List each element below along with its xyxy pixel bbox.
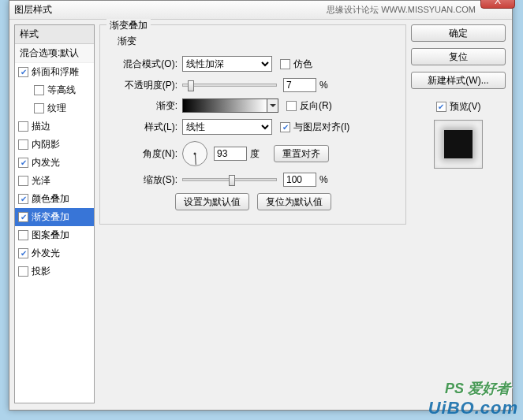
style-checkbox[interactable] [18,139,28,150]
ok-button[interactable]: 确定 [411,24,506,42]
styles-sidebar: 样式 混合选项:默认 斜面和浮雕等高线纹理描边内阴影内发光光泽颜色叠加渐变叠加图… [14,24,95,403]
sidebar-item[interactable]: 描边 [15,117,94,136]
sidebar-item-label: 纹理 [47,102,66,115]
style-checkbox[interactable] [18,158,28,168]
scale-input[interactable] [283,173,316,187]
watermark-ps: PS 爱好者 [445,379,510,398]
sidebar-item[interactable]: 光泽 [15,172,94,190]
sidebar-item-label: 内阴影 [32,138,60,151]
reset-default-button[interactable]: 复位为默认值 [257,193,331,210]
style-checkbox[interactable] [18,212,28,222]
sidebar-item-label: 斜面和浮雕 [32,65,79,79]
watermark-uibo: UiBO.com [428,398,518,418]
reverse-label: 反向(R) [300,99,332,113]
sidebar-item[interactable]: 渐变叠加 [15,208,94,226]
dither-checkbox[interactable] [280,59,290,69]
sidebar-item-label: 描边 [32,120,50,133]
sidebar-item[interactable]: 等高线 [15,81,94,99]
sidebar-item[interactable]: 内阴影 [15,136,94,154]
gradient-overlay-group: 渐变叠加 渐变 混合模式(O): 线性加深 仿色 不透明度(P): % 渐变: [99,24,406,225]
window-title: 图层样式 [14,3,327,17]
preview-checkbox[interactable] [436,102,446,112]
right-column: 确定 复位 新建样式(W)... 预览(V) [411,24,506,403]
sidebar-item[interactable]: 外发光 [15,244,94,262]
preview-label: 预览(V) [450,100,481,113]
scale-slider[interactable] [182,178,277,181]
sidebar-header[interactable]: 样式 [15,25,94,44]
style-select[interactable]: 线性 [182,119,272,135]
sidebar-item-label: 渐变叠加 [32,210,69,224]
close-button[interactable]: X [480,0,515,9]
style-checkbox[interactable] [34,85,44,95]
main-panel: 渐变叠加 渐变 混合模式(O): 线性加深 仿色 不透明度(P): % 渐变: [99,24,406,403]
reverse-checkbox[interactable] [286,101,297,111]
sidebar-blend-options[interactable]: 混合选项:默认 [15,44,94,63]
gradient-label: 渐变: [106,99,177,113]
dither-label: 仿色 [293,58,312,71]
reset-align-button[interactable]: 重置对齐 [274,145,329,162]
align-label: 与图层对齐(I) [293,121,349,134]
blend-mode-select[interactable]: 线性加深 [182,56,272,72]
style-checkbox[interactable] [34,103,44,113]
sidebar-item[interactable]: 图案叠加 [15,226,94,244]
preview-swatch [444,130,473,158]
angle-label: 角度(N): [106,147,177,161]
cancel-button[interactable]: 复位 [411,48,506,65]
sidebar-item-label: 投影 [32,265,50,278]
sidebar-item-label: 图案叠加 [32,229,69,242]
style-checkbox[interactable] [18,248,28,258]
style-checkbox[interactable] [18,266,28,277]
opacity-slider[interactable] [182,84,277,87]
style-checkbox[interactable] [18,176,28,186]
gradient-preview[interactable] [182,98,267,113]
section-title: 渐变 [118,35,399,48]
style-checkbox[interactable] [18,67,28,77]
sidebar-item[interactable]: 投影 [15,262,94,281]
preview-thumbnail [434,120,483,169]
titlebar-subtitle: 思缘设计论坛 WWW.MISSYUAN.COM [327,4,476,16]
scale-label: 缩放(S): [106,173,177,187]
sidebar-item-label: 内发光 [32,156,60,169]
opacity-input[interactable] [283,78,316,92]
gradient-dropdown[interactable] [267,98,278,113]
sidebar-item-label: 外发光 [32,247,60,260]
sidebar-item[interactable]: 颜色叠加 [15,190,94,208]
blend-mode-label: 混合模式(O): [106,58,177,71]
sidebar-item-label: 等高线 [47,84,76,97]
sidebar-item[interactable]: 斜面和浮雕 [15,63,94,81]
sidebar-item-label: 光泽 [32,174,50,188]
opacity-label: 不透明度(P): [106,79,177,92]
new-style-button[interactable]: 新建样式(W)... [411,72,506,89]
sidebar-item-label: 颜色叠加 [32,192,69,206]
style-checkbox[interactable] [18,121,28,132]
style-checkbox[interactable] [18,194,28,204]
style-checkbox[interactable] [18,230,28,240]
sidebar-item[interactable]: 内发光 [15,154,94,172]
angle-dial[interactable] [182,141,207,166]
opacity-unit: % [319,80,328,91]
titlebar[interactable]: 图层样式 思缘设计论坛 WWW.MISSYUAN.COM X [9,1,512,20]
style-label: 样式(L): [106,121,177,134]
set-default-button[interactable]: 设置为默认值 [175,193,249,210]
close-icon: X [495,0,501,6]
align-checkbox[interactable] [280,122,290,132]
group-legend: 渐变叠加 [106,19,151,32]
angle-unit: 度 [250,147,260,161]
scale-unit: % [319,174,328,185]
angle-input[interactable] [214,147,247,161]
layer-style-dialog: 图层样式 思缘设计论坛 WWW.MISSYUAN.COM X 样式 混合选项:默… [9,0,513,411]
sidebar-item[interactable]: 纹理 [15,99,94,117]
